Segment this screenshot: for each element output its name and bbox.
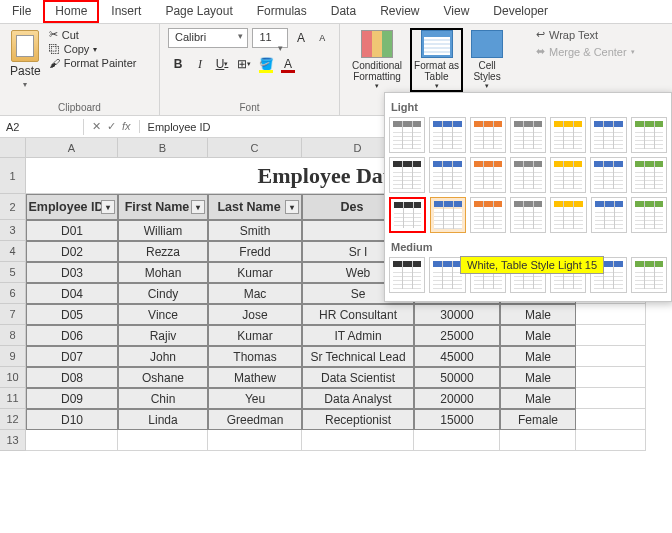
increase-font-button[interactable]: A xyxy=(292,28,309,48)
table-cell[interactable]: Mac xyxy=(208,283,302,304)
name-box[interactable]: A2 xyxy=(0,119,84,135)
paste-button[interactable]: Paste ▾ xyxy=(8,28,43,91)
underline-button[interactable]: U▾ xyxy=(212,54,232,74)
table-cell[interactable] xyxy=(414,430,500,451)
row-header[interactable]: 9 xyxy=(0,346,26,367)
table-style-thumb[interactable] xyxy=(470,197,506,233)
fx-icon[interactable]: fx xyxy=(122,120,131,133)
table-style-thumb[interactable] xyxy=(590,157,626,193)
table-cell[interactable] xyxy=(576,304,646,325)
row-header[interactable]: 8 xyxy=(0,325,26,346)
table-cell[interactable]: Female xyxy=(500,409,576,430)
table-cell[interactable] xyxy=(576,409,646,430)
table-cell[interactable]: Male xyxy=(500,304,576,325)
table-header[interactable]: Last Name xyxy=(208,194,302,220)
tab-developer[interactable]: Developer xyxy=(481,0,560,23)
table-header[interactable]: First Name xyxy=(118,194,208,220)
table-cell[interactable]: Data Analyst xyxy=(302,388,414,409)
font-size-select[interactable]: 11 xyxy=(252,28,288,48)
border-button[interactable]: ⊞▾ xyxy=(234,54,254,74)
table-cell[interactable]: Data Scientist xyxy=(302,367,414,388)
table-cell[interactable]: Cindy xyxy=(118,283,208,304)
table-cell[interactable] xyxy=(576,430,646,451)
table-style-thumb[interactable] xyxy=(389,117,425,153)
font-color-button[interactable]: A xyxy=(278,54,298,74)
table-style-thumb[interactable] xyxy=(470,117,506,153)
table-style-thumb[interactable] xyxy=(631,197,667,233)
row-header[interactable]: 12 xyxy=(0,409,26,430)
table-cell[interactable]: Thomas xyxy=(208,346,302,367)
italic-button[interactable]: I xyxy=(190,54,210,74)
table-cell[interactable]: Receptionist xyxy=(302,409,414,430)
table-cell[interactable]: Greedman xyxy=(208,409,302,430)
table-cell[interactable] xyxy=(576,325,646,346)
table-cell[interactable] xyxy=(208,430,302,451)
table-cell[interactable]: 50000 xyxy=(414,367,500,388)
col-header[interactable]: C xyxy=(208,138,302,158)
table-header[interactable]: Employee ID xyxy=(26,194,118,220)
table-style-thumb[interactable] xyxy=(591,197,627,233)
enter-formula-icon[interactable]: ✓ xyxy=(107,120,116,133)
table-cell[interactable]: Oshane xyxy=(118,367,208,388)
table-cell[interactable] xyxy=(576,388,646,409)
table-style-thumb[interactable] xyxy=(430,197,466,233)
row-header[interactable]: 6 xyxy=(0,283,26,304)
table-cell[interactable]: D06 xyxy=(26,325,118,346)
table-cell[interactable]: John xyxy=(118,346,208,367)
cancel-formula-icon[interactable]: ✕ xyxy=(92,120,101,133)
row-header[interactable]: 1 xyxy=(0,158,26,194)
table-cell[interactable]: Sr Technical Lead xyxy=(302,346,414,367)
table-cell[interactable]: D05 xyxy=(26,304,118,325)
table-cell[interactable] xyxy=(576,346,646,367)
table-cell[interactable]: Mathew xyxy=(208,367,302,388)
row-header[interactable]: 5 xyxy=(0,262,26,283)
table-cell[interactable]: William xyxy=(118,220,208,241)
select-all-corner[interactable] xyxy=(0,138,26,158)
table-cell[interactable] xyxy=(500,430,576,451)
table-cell[interactable]: Male xyxy=(500,325,576,346)
table-style-thumb[interactable] xyxy=(590,117,626,153)
bold-button[interactable]: B xyxy=(168,54,188,74)
table-style-thumb[interactable] xyxy=(510,157,546,193)
table-cell[interactable]: 15000 xyxy=(414,409,500,430)
table-cell[interactable]: 30000 xyxy=(414,304,500,325)
fill-color-button[interactable]: 🪣 xyxy=(256,54,276,74)
table-cell[interactable]: D10 xyxy=(26,409,118,430)
table-cell[interactable]: D04 xyxy=(26,283,118,304)
wrap-text-button[interactable]: ↩Wrap Text xyxy=(536,28,640,41)
col-header[interactable]: A xyxy=(26,138,118,158)
table-cell[interactable] xyxy=(576,367,646,388)
table-cell[interactable]: D07 xyxy=(26,346,118,367)
conditional-formatting-button[interactable]: Conditional Formatting▾ xyxy=(348,28,406,92)
table-style-thumb[interactable] xyxy=(389,197,426,233)
tab-page-layout[interactable]: Page Layout xyxy=(153,0,244,23)
tab-data[interactable]: Data xyxy=(319,0,368,23)
table-cell[interactable]: 45000 xyxy=(414,346,500,367)
tab-home[interactable]: Home xyxy=(43,0,99,23)
table-cell[interactable]: IT Admin xyxy=(302,325,414,346)
table-cell[interactable]: D08 xyxy=(26,367,118,388)
row-header[interactable]: 4 xyxy=(0,241,26,262)
format-as-table-button[interactable]: Format as Table▾ xyxy=(410,28,463,92)
table-cell[interactable] xyxy=(302,430,414,451)
copy-button[interactable]: ⿻Copy ▾ xyxy=(49,43,137,55)
table-style-thumb[interactable] xyxy=(550,197,586,233)
table-style-thumb[interactable] xyxy=(389,257,425,293)
row-header[interactable]: 7 xyxy=(0,304,26,325)
table-cell[interactable] xyxy=(118,430,208,451)
table-style-thumb[interactable] xyxy=(510,197,546,233)
table-style-thumb[interactable] xyxy=(550,157,586,193)
table-cell[interactable]: Male xyxy=(500,346,576,367)
table-cell[interactable]: D09 xyxy=(26,388,118,409)
format-painter-button[interactable]: 🖌Format Painter xyxy=(49,57,137,69)
table-cell[interactable]: 25000 xyxy=(414,325,500,346)
table-cell[interactable]: Rezza xyxy=(118,241,208,262)
col-header[interactable]: B xyxy=(118,138,208,158)
table-style-thumb[interactable] xyxy=(389,157,425,193)
table-style-thumb[interactable] xyxy=(631,117,667,153)
table-cell[interactable]: Mohan xyxy=(118,262,208,283)
table-cell[interactable]: Chin xyxy=(118,388,208,409)
table-cell[interactable]: Jose xyxy=(208,304,302,325)
table-cell[interactable]: Male xyxy=(500,367,576,388)
tab-file[interactable]: File xyxy=(0,0,43,23)
